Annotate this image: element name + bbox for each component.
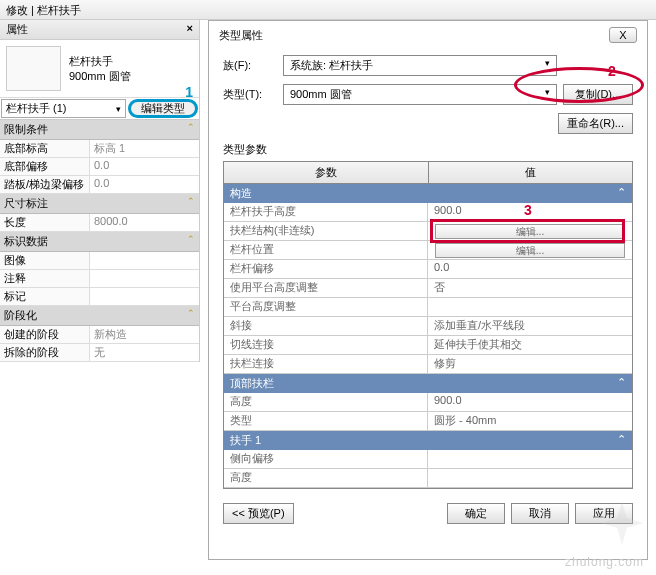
table-row[interactable]: 扶栏结构(非连续)编辑...	[224, 222, 632, 241]
group-construction[interactable]: 构造⌃	[224, 184, 632, 203]
table-row[interactable]: 类型圆形 - 40mm	[224, 412, 632, 431]
chevron-down-icon: ▾	[116, 104, 121, 114]
table-row[interactable]: 扶栏连接修剪	[224, 355, 632, 374]
group-header[interactable]: 尺寸标注⌃	[0, 194, 199, 214]
type-label: 类型(T):	[223, 87, 283, 102]
group-header[interactable]: 阶段化⌃	[0, 306, 199, 326]
close-icon[interactable]: ×	[187, 22, 193, 37]
table-row[interactable]: 斜接添加垂直/水平线段	[224, 317, 632, 336]
type-name: 900mm 圆管	[69, 69, 131, 84]
table-row[interactable]: 栏杆位置编辑...	[224, 241, 632, 260]
prop-row[interactable]: 注释	[0, 270, 199, 288]
table-row[interactable]: 高度900.0	[224, 393, 632, 412]
preview-button[interactable]: << 预览(P)	[223, 503, 294, 524]
table-row[interactable]: 平台高度调整	[224, 298, 632, 317]
type-family-name: 栏杆扶手	[69, 54, 131, 69]
col-value: 值	[429, 162, 633, 183]
instance-selector[interactable]: 栏杆扶手 (1) ▾	[1, 99, 126, 118]
group-header[interactable]: 标识数据⌃	[0, 232, 199, 252]
group-header[interactable]: 限制条件⌃	[0, 120, 199, 140]
table-row[interactable]: 侧向偏移	[224, 450, 632, 469]
prop-row[interactable]: 底部标高标高 1	[0, 140, 199, 158]
window-titlebar: 修改 | 栏杆扶手	[0, 0, 656, 20]
watermark-icon	[598, 499, 646, 547]
copy-button[interactable]: 2 复制(D)...	[563, 84, 633, 105]
prop-row[interactable]: 踏板/梯边梁偏移0.0	[0, 176, 199, 194]
prop-row[interactable]: 底部偏移0.0	[0, 158, 199, 176]
type-preview[interactable]: 栏杆扶手 900mm 圆管	[0, 40, 199, 98]
prop-row[interactable]: 拆除的阶段无	[0, 344, 199, 362]
table-row[interactable]: 栏杆偏移0.0	[224, 260, 632, 279]
type-params-label: 类型参数	[223, 142, 633, 157]
prop-row[interactable]: 长度8000.0	[0, 214, 199, 232]
preview-thumbnail	[6, 46, 61, 91]
table-row[interactable]: 切线连接延伸扶手使其相交	[224, 336, 632, 355]
prop-row[interactable]: 图像	[0, 252, 199, 270]
edit-cell-button[interactable]: 编辑...	[435, 243, 625, 258]
table-row[interactable]: 使用平台高度调整否	[224, 279, 632, 298]
svg-marker-0	[600, 501, 643, 544]
group-handrail-1[interactable]: 扶手 1⌃	[224, 431, 632, 450]
properties-title: 属性	[6, 22, 28, 37]
table-row[interactable]: 栏杆扶手高度900.0	[224, 203, 632, 222]
properties-header: 属性 ×	[0, 20, 199, 40]
collapse-icon: ⌃	[617, 376, 626, 391]
watermark-text: zhulong.com	[565, 555, 644, 569]
table-header: 参数 值	[224, 162, 632, 184]
family-label: 族(F):	[223, 58, 283, 73]
prop-row[interactable]: 标记	[0, 288, 199, 306]
chevron-down-icon: ▾	[545, 87, 550, 102]
dialog-title: 类型属性	[219, 28, 263, 43]
cancel-button[interactable]: 取消	[511, 503, 569, 524]
rename-button[interactable]: 重命名(R)...	[558, 113, 633, 134]
collapse-icon: ⌃	[617, 433, 626, 448]
type-params-table: 参数 值 构造⌃ 3 栏杆扶手高度900.0扶栏结构(非连续)编辑...栏杆位置…	[223, 161, 633, 489]
collapse-icon: ⌃	[617, 186, 626, 201]
col-param: 参数	[224, 162, 429, 183]
group-top-rail[interactable]: 顶部扶栏⌃	[224, 374, 632, 393]
family-dropdown[interactable]: 系统族: 栏杆扶手▾	[283, 55, 557, 76]
properties-panel: 属性 × 栏杆扶手 900mm 圆管 栏杆扶手 (1) ▾ 1 编辑类型 限制条…	[0, 20, 200, 362]
type-dropdown[interactable]: 900mm 圆管▾	[283, 84, 557, 105]
ok-button[interactable]: 确定	[447, 503, 505, 524]
chevron-down-icon: ▾	[545, 58, 550, 73]
edit-cell-button[interactable]: 编辑...	[435, 224, 625, 239]
annotation-1: 1	[185, 84, 193, 100]
annotation-3: 3	[524, 202, 532, 218]
annotation-2: 2	[608, 63, 616, 79]
dialog-close-button[interactable]: X	[609, 27, 637, 43]
table-row[interactable]: 高度	[224, 469, 632, 488]
type-properties-dialog: 类型属性 X 族(F): 系统族: 栏杆扶手▾ 载入(L)... 类型(T): …	[208, 20, 648, 560]
prop-row[interactable]: 创建的阶段新构造	[0, 326, 199, 344]
edit-type-button[interactable]: 1 编辑类型	[128, 99, 198, 118]
